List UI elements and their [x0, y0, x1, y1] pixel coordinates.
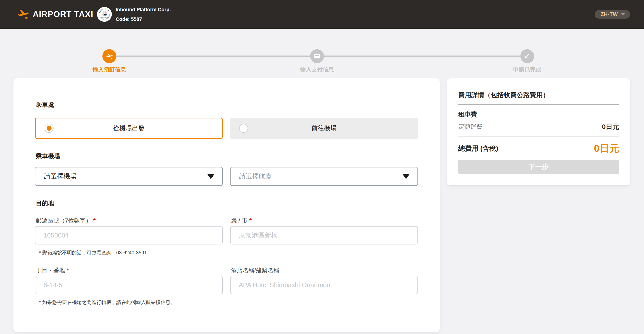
company-info: Inbound Platform Corp. Code: 5587: [116, 7, 171, 22]
street-label: 丁目・番地*: [36, 266, 69, 274]
fixed-fare-value: 0日元: [602, 122, 619, 131]
required-asterisk: *: [67, 267, 69, 274]
postal-code-input[interactable]: [35, 226, 223, 245]
hotel-input[interactable]: [230, 276, 418, 294]
step-label: 輸入預訂信息: [64, 66, 154, 73]
airport-select[interactable]: 請選擇機場: [35, 167, 223, 186]
step-enter-payment-info: 輸入支付信息: [272, 49, 362, 73]
total-fee-label: 總費用 (含稅): [458, 144, 498, 153]
rental-fee-title: 租車費: [458, 110, 477, 119]
dropdown-arrow-icon: [207, 174, 215, 179]
city-label: 縣 / 市*: [231, 217, 252, 225]
airplane-logo-icon: [16, 8, 30, 21]
hotel-label: 酒店名稱/建築名稱: [231, 266, 279, 274]
postal-code-note: * 郵箱編號不明的話，可致電查詢：03-6240-3591: [39, 249, 147, 256]
fixed-fare-row: 定額運費 0日元: [458, 122, 619, 131]
radio-unselected: [239, 124, 248, 133]
terminal-select-value: 請選擇航廈: [239, 172, 402, 181]
option-label: 從機場出發: [113, 124, 144, 132]
city-input[interactable]: [230, 226, 418, 245]
badge-growth-text: GROWTH: [101, 17, 108, 18]
step-application-complete: ✓ 申請已完成: [482, 49, 572, 73]
airport-section-title: 乘車機場: [36, 152, 60, 160]
step-label: 輸入支付信息: [272, 66, 362, 73]
check-icon: ✓: [524, 52, 530, 60]
badge-jpx-text: JPX: [102, 14, 107, 16]
booking-form-card: 乘車處 從機場出發 前往機場 乘車機場 請選擇機場 請選擇航廈 目的地 郵遞區號…: [14, 78, 440, 332]
language-label: ZH-TW: [600, 11, 618, 17]
street-input[interactable]: [35, 276, 223, 294]
required-asterisk: *: [250, 217, 252, 224]
jpx-listed-badge: 東証グロース上場 TOKYO STOCK EXCHANGE GROWTH LIS…: [97, 7, 112, 22]
dropdown-arrow-icon: [402, 174, 410, 179]
step-enter-booking-info: 輸入預訂信息: [64, 49, 154, 73]
fee-summary-card: 費用詳情（包括收費公路費用） 租車費 定額運費 0日元 總費用 (含稅) 0日元…: [447, 78, 630, 185]
radio-selected: [44, 124, 54, 133]
company-name: Inbound Platform Corp.: [116, 7, 171, 12]
chevron-down-icon: [621, 13, 625, 16]
credit-card-icon: [313, 52, 321, 60]
language-selector[interactable]: ZH-TW: [595, 10, 630, 18]
transfer-note: * 如果您需要在機場之間進行轉機，請在此欄輸入航站樓信息。: [39, 299, 176, 306]
fee-panel-title: 費用詳情（包括收費公路費用）: [458, 91, 549, 100]
option-label: 前往機場: [312, 124, 336, 132]
terminal-select[interactable]: 請選擇航廈: [230, 167, 418, 186]
step-label: 申請已完成: [482, 66, 572, 73]
destination-section-title: 目的地: [36, 199, 54, 207]
company-code: Code: 5587: [116, 16, 171, 22]
postal-code-label: 郵遞區號（7位數字）*: [36, 217, 96, 225]
brand-title: AIRPORT TAXI: [33, 10, 93, 19]
total-fee-row: 總費用 (含稅) 0日元: [458, 141, 619, 155]
total-fee-value: 0日元: [594, 142, 619, 155]
divider: [458, 137, 619, 137]
next-step-button[interactable]: 下一步: [458, 160, 619, 174]
boarding-section-title: 乘車處: [36, 101, 54, 109]
plane-icon: [106, 52, 113, 60]
app-header: AIRPORT TAXI 東証グロース上場 TOKYO STOCK EXCHAN…: [0, 0, 644, 29]
option-to-airport[interactable]: 前往機場: [230, 118, 418, 139]
airport-select-value: 請選擇機場: [44, 172, 207, 181]
required-asterisk: *: [93, 217, 96, 224]
option-from-airport[interactable]: 從機場出發: [35, 118, 223, 139]
fixed-fare-label: 定額運費: [458, 123, 482, 131]
